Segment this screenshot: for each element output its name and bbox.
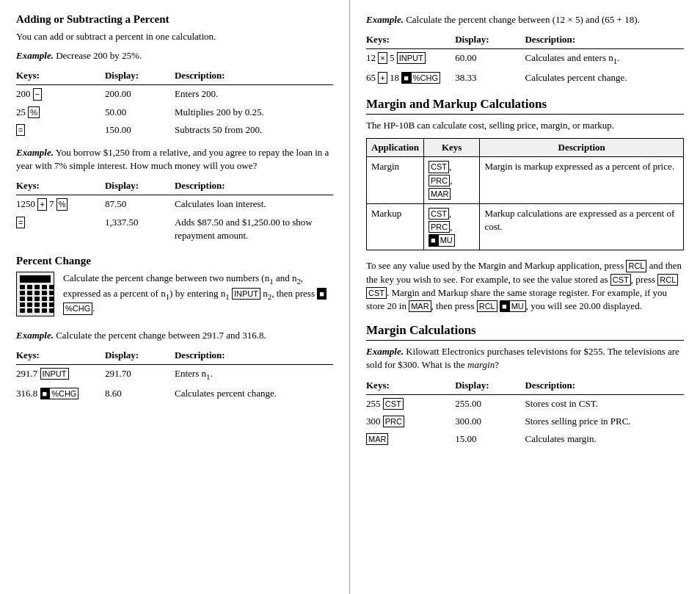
desc-cell: Stores selling price in PRC. xyxy=(525,413,684,430)
example1-label-bold: Example. xyxy=(16,50,54,61)
key-rcl: RCL xyxy=(657,274,678,286)
margin-markup-intro: The HP-10B can calculate cost, selling p… xyxy=(366,119,684,132)
key-equals: = xyxy=(16,124,25,136)
percent-change-intro: Calculate the percent change between two… xyxy=(16,272,333,322)
col-header-desc: Description: xyxy=(175,348,333,365)
table-row: 12 × 5 INPUT 60.00 Calculates and enters… xyxy=(366,49,684,69)
example3-text: Calculate the percent change between 291… xyxy=(56,330,266,341)
mm-app-markup: Markup xyxy=(367,203,424,250)
keys-cell: 1250 + 7 % xyxy=(16,195,105,214)
page-container: Adding or Subtracting a Percent You can … xyxy=(0,0,700,594)
desc-cell: Enters n1. xyxy=(175,364,333,384)
mm-keys-margin: CST, PRC, MAR xyxy=(424,157,480,204)
left-column: Adding or Subtracting a Percent You can … xyxy=(0,0,350,594)
table-row: 200 − 200.00 Enters 200. xyxy=(16,85,333,104)
margin-calc-title: Margin Calculations xyxy=(366,323,684,341)
display-cell: 150.00 xyxy=(105,121,175,139)
keys-cell: 255 CST xyxy=(366,394,455,413)
keys-cell: 300 PRC xyxy=(366,413,455,430)
key-mu: MU xyxy=(509,300,526,312)
mm-app-margin: Margin xyxy=(367,157,424,204)
section-margin-calculations: Margin Calculations Example. Kilowatt El… xyxy=(366,323,684,448)
mm-desc-markup: Markup calculations are expressed as a p… xyxy=(480,203,684,250)
display-cell: 15.00 xyxy=(455,430,525,448)
col-header-display: Display: xyxy=(105,348,175,365)
desc-cell: Calculates margin. xyxy=(525,430,684,448)
example1-label: Example. Decrease 200 by 25%. xyxy=(16,49,333,62)
example1-text: Decrease 200 by 25%. xyxy=(56,50,142,61)
key-pctchg: %CHG xyxy=(49,388,79,399)
desc-cell: Adds $87.50 and $1,250.00 to show repaym… xyxy=(175,214,333,245)
example1-table: Keys: Display: Description: 200 − 200.00… xyxy=(16,68,333,139)
col-header-desc: Description: xyxy=(525,378,684,395)
mm-col-keys: Keys xyxy=(424,139,480,157)
table-row: Markup CST, PRC, ■MU Markup calculations… xyxy=(367,203,684,250)
example2-para: Example. You borrow $1,250 from a relati… xyxy=(16,146,333,173)
keys-cell: 25 % xyxy=(16,104,105,121)
col-header-desc: Description: xyxy=(175,178,333,195)
key-shift: ■ xyxy=(401,72,411,84)
desc-cell: Calculates loan interest. xyxy=(175,195,333,214)
keys-cell: MAR xyxy=(366,430,455,448)
section-margin-markup: Margin and Markup Calculations The HP-10… xyxy=(366,97,684,313)
key-pctchg: %CHG xyxy=(63,303,92,314)
table-row: MAR 15.00 Calculates margin. xyxy=(366,430,684,448)
mm-keys-markup: CST, PRC, ■MU xyxy=(424,203,480,250)
col-header-keys: Keys: xyxy=(16,68,105,85)
section-adding-subtracting: Adding or Subtracting a Percent You can … xyxy=(16,13,333,245)
key-mar: MAR xyxy=(409,300,431,312)
margin-markup-para: To see any value used by the Margin and … xyxy=(366,259,684,313)
key-shift: ■ xyxy=(40,388,50,399)
key-rcl: RCL xyxy=(626,260,646,272)
key-percent: % xyxy=(28,106,40,118)
table-row: Margin CST, PRC, MAR Margin is markup ex… xyxy=(367,157,684,204)
keys-cell: 316.8 ■%CHG xyxy=(16,385,105,402)
right-example1-label: Example. xyxy=(366,14,404,25)
table-row: = 1,337.50 Adds $87.50 and $1,250.00 to … xyxy=(16,214,333,245)
key-shift: ■ xyxy=(317,288,327,300)
example2-label-bold: Example. xyxy=(16,147,54,158)
keys-cell: = xyxy=(16,121,105,139)
right-column: Example. Calculate the percent change be… xyxy=(350,0,700,594)
example2-text: You borrow $1,250 from a relative, and y… xyxy=(16,147,329,171)
margin-calc-table: Keys: Display: Description: 255 CST 255.… xyxy=(366,378,684,449)
section-percent-change: Percent Change Calculate the percent cha… xyxy=(16,255,333,402)
key-shift: ■ xyxy=(429,234,438,246)
margin-calc-example-para: Example. Kilowatt Electronics purchases … xyxy=(366,345,684,372)
margin-example-text: Kilowatt Electronics purchases televisio… xyxy=(366,346,679,370)
mm-col-description: Description xyxy=(480,139,684,157)
display-cell: 255.00 xyxy=(455,394,525,413)
key-input: INPUT xyxy=(397,52,426,64)
key-prc: PRC xyxy=(383,416,404,427)
keys-cell: 12 × 5 INPUT xyxy=(366,49,455,69)
key-mar: MAR xyxy=(429,188,451,200)
display-cell: 38.33 xyxy=(455,69,525,87)
col-header-keys: Keys: xyxy=(16,178,105,195)
display-cell: 1,337.50 xyxy=(105,214,175,245)
display-cell: 200.00 xyxy=(105,85,175,104)
example3-table: Keys: Display: Description: 291.7 INPUT … xyxy=(16,348,333,402)
keys-cell: 200 − xyxy=(16,85,105,104)
section1-title: Adding or Subtracting a Percent xyxy=(16,13,333,26)
left-footer-spacer xyxy=(16,410,333,424)
col-header-desc: Description: xyxy=(175,68,333,85)
key-input: INPUT xyxy=(232,288,260,300)
right-example1-para: Example. Calculate the percent change be… xyxy=(366,13,684,26)
col-header-display: Display: xyxy=(455,378,525,395)
desc-cell: Calculates and enters n1. xyxy=(525,49,684,69)
table-row: 65 + 18 ■%CHG 38.33 Calculates percent c… xyxy=(366,69,684,87)
desc-cell: Subtracts 50 from 200. xyxy=(175,121,333,139)
col-header-display: Display: xyxy=(105,68,175,85)
desc-cell: Multiplies 200 by 0.25. xyxy=(175,104,333,121)
col-header-display: Display: xyxy=(455,32,525,49)
key-input: INPUT xyxy=(40,368,69,380)
col-header-keys: Keys: xyxy=(366,32,455,49)
right-section1: Example. Calculate the percent change be… xyxy=(366,13,684,87)
table-row: 316.8 ■%CHG 8.60 Calculates percent chan… xyxy=(16,385,333,402)
table-row: 300 PRC 300.00 Stores selling price in P… xyxy=(366,413,684,430)
display-cell: 291.70 xyxy=(105,364,175,384)
key-shift: ■ xyxy=(500,300,509,312)
display-cell: 60.00 xyxy=(455,49,525,69)
calc-screen xyxy=(20,275,51,283)
mm-desc-margin: Margin is markup expressed as a percent … xyxy=(480,157,684,204)
